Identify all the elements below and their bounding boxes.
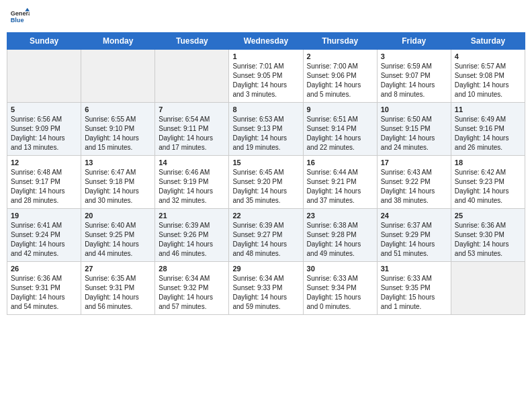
day-number: 6 [85, 105, 151, 113]
day-info: Sunrise: 6:42 AM Sunset: 9:23 PM Dayligh… [455, 168, 521, 205]
day-number: 23 [307, 212, 373, 220]
day-of-week-header: Saturday [451, 33, 525, 50]
day-number: 22 [232, 212, 299, 220]
day-of-week-header: Sunday [7, 33, 81, 50]
calendar-cell: 31Sunrise: 6:33 AM Sunset: 9:35 PM Dayli… [377, 262, 451, 315]
calendar-cell [451, 262, 525, 315]
day-number: 5 [11, 105, 77, 113]
day-info: Sunrise: 6:41 AM Sunset: 9:24 PM Dayligh… [11, 221, 77, 259]
calendar-cell: 21Sunrise: 6:39 AM Sunset: 9:26 PM Dayli… [155, 209, 229, 262]
day-info: Sunrise: 6:53 AM Sunset: 9:13 PM Dayligh… [232, 115, 299, 152]
day-info: Sunrise: 6:38 AM Sunset: 9:28 PM Dayligh… [307, 221, 373, 259]
day-number: 10 [381, 105, 447, 113]
day-info: Sunrise: 6:35 AM Sunset: 9:31 PM Dayligh… [85, 274, 151, 312]
day-info: Sunrise: 7:01 AM Sunset: 9:05 PM Dayligh… [232, 62, 299, 99]
calendar-cell: 22Sunrise: 6:39 AM Sunset: 9:27 PM Dayli… [229, 209, 303, 262]
day-number: 16 [307, 158, 373, 167]
calendar-cell: 8Sunrise: 6:53 AM Sunset: 9:13 PM Daylig… [229, 103, 303, 156]
day-info: Sunrise: 6:50 AM Sunset: 9:15 PM Dayligh… [381, 115, 447, 152]
svg-text:Blue: Blue [11, 17, 24, 24]
svg-marker-2 [25, 8, 30, 11]
calendar-cell: 12Sunrise: 6:48 AM Sunset: 9:17 PM Dayli… [7, 156, 81, 209]
day-number: 25 [455, 212, 521, 220]
day-info: Sunrise: 6:49 AM Sunset: 9:16 PM Dayligh… [455, 115, 521, 152]
calendar-cell: 26Sunrise: 6:36 AM Sunset: 9:31 PM Dayli… [7, 262, 81, 315]
day-info: Sunrise: 6:40 AM Sunset: 9:25 PM Dayligh… [85, 221, 151, 259]
page-header: General Blue [7, 7, 525, 27]
day-info: Sunrise: 6:34 AM Sunset: 9:33 PM Dayligh… [232, 274, 299, 312]
svg-text:General: General [11, 10, 30, 17]
calendar-cell: 23Sunrise: 6:38 AM Sunset: 9:28 PM Dayli… [303, 209, 377, 262]
calendar-table: SundayMondayTuesdayWednesdayThursdayFrid… [7, 32, 525, 315]
day-of-week-header: Thursday [303, 33, 377, 50]
day-info: Sunrise: 6:54 AM Sunset: 9:11 PM Dayligh… [159, 115, 225, 152]
day-info: Sunrise: 6:37 AM Sunset: 9:29 PM Dayligh… [381, 221, 447, 259]
calendar-cell: 18Sunrise: 6:42 AM Sunset: 9:23 PM Dayli… [451, 156, 525, 209]
day-info: Sunrise: 6:59 AM Sunset: 9:07 PM Dayligh… [381, 62, 447, 99]
day-info: Sunrise: 7:00 AM Sunset: 9:06 PM Dayligh… [307, 62, 373, 99]
calendar-cell: 29Sunrise: 6:34 AM Sunset: 9:33 PM Dayli… [229, 262, 303, 315]
day-info: Sunrise: 6:56 AM Sunset: 9:09 PM Dayligh… [11, 115, 77, 152]
calendar-cell: 6Sunrise: 6:55 AM Sunset: 9:10 PM Daylig… [81, 103, 155, 156]
day-info: Sunrise: 6:47 AM Sunset: 9:18 PM Dayligh… [85, 168, 151, 205]
day-info: Sunrise: 6:33 AM Sunset: 9:34 PM Dayligh… [307, 274, 373, 312]
calendar-cell: 17Sunrise: 6:43 AM Sunset: 9:22 PM Dayli… [377, 156, 451, 209]
day-of-week-header: Wednesday [229, 33, 303, 50]
calendar-cell [155, 50, 229, 103]
calendar-cell: 11Sunrise: 6:49 AM Sunset: 9:16 PM Dayli… [451, 103, 525, 156]
day-info: Sunrise: 6:45 AM Sunset: 9:20 PM Dayligh… [232, 168, 299, 205]
day-number: 18 [455, 158, 521, 167]
day-info: Sunrise: 6:57 AM Sunset: 9:08 PM Dayligh… [455, 62, 521, 99]
calendar-cell [81, 50, 155, 103]
day-of-week-header: Monday [81, 33, 155, 50]
calendar-cell [7, 50, 81, 103]
day-number: 28 [159, 265, 225, 273]
day-info: Sunrise: 6:33 AM Sunset: 9:35 PM Dayligh… [381, 274, 447, 312]
day-number: 27 [85, 265, 151, 273]
day-info: Sunrise: 6:46 AM Sunset: 9:19 PM Dayligh… [159, 168, 225, 205]
day-number: 30 [307, 265, 373, 273]
calendar-cell: 7Sunrise: 6:54 AM Sunset: 9:11 PM Daylig… [155, 103, 229, 156]
calendar-cell: 24Sunrise: 6:37 AM Sunset: 9:29 PM Dayli… [377, 209, 451, 262]
day-info: Sunrise: 6:55 AM Sunset: 9:10 PM Dayligh… [85, 115, 151, 152]
day-info: Sunrise: 6:36 AM Sunset: 9:30 PM Dayligh… [455, 221, 521, 259]
calendar-cell: 10Sunrise: 6:50 AM Sunset: 9:15 PM Dayli… [377, 103, 451, 156]
calendar-cell: 30Sunrise: 6:33 AM Sunset: 9:34 PM Dayli… [303, 262, 377, 315]
day-number: 14 [159, 158, 225, 167]
day-number: 1 [232, 52, 299, 60]
day-number: 12 [11, 158, 77, 167]
calendar-cell: 2Sunrise: 7:00 AM Sunset: 9:06 PM Daylig… [303, 50, 377, 103]
day-number: 31 [381, 265, 447, 273]
day-info: Sunrise: 6:39 AM Sunset: 9:27 PM Dayligh… [232, 221, 299, 259]
day-of-week-header: Tuesday [155, 33, 229, 50]
day-info: Sunrise: 6:44 AM Sunset: 9:21 PM Dayligh… [307, 168, 373, 205]
day-number: 21 [159, 212, 225, 220]
day-number: 20 [85, 212, 151, 220]
calendar-cell: 3Sunrise: 6:59 AM Sunset: 9:07 PM Daylig… [377, 50, 451, 103]
calendar-cell: 25Sunrise: 6:36 AM Sunset: 9:30 PM Dayli… [451, 209, 525, 262]
day-number: 2 [307, 52, 373, 60]
day-number: 29 [232, 265, 299, 273]
day-info: Sunrise: 6:51 AM Sunset: 9:14 PM Dayligh… [307, 115, 373, 152]
calendar-cell: 9Sunrise: 6:51 AM Sunset: 9:14 PM Daylig… [303, 103, 377, 156]
day-number: 4 [455, 52, 521, 60]
day-number: 15 [232, 158, 299, 167]
calendar-cell: 15Sunrise: 6:45 AM Sunset: 9:20 PM Dayli… [229, 156, 303, 209]
day-number: 11 [455, 105, 521, 113]
day-info: Sunrise: 6:48 AM Sunset: 9:17 PM Dayligh… [11, 168, 77, 205]
day-info: Sunrise: 6:43 AM Sunset: 9:22 PM Dayligh… [381, 168, 447, 205]
day-number: 3 [381, 52, 447, 60]
calendar-cell: 27Sunrise: 6:35 AM Sunset: 9:31 PM Dayli… [81, 262, 155, 315]
calendar-cell: 5Sunrise: 6:56 AM Sunset: 9:09 PM Daylig… [7, 103, 81, 156]
logo-icon: General Blue [9, 7, 30, 27]
calendar-cell: 20Sunrise: 6:40 AM Sunset: 9:25 PM Dayli… [81, 209, 155, 262]
day-number: 9 [307, 105, 373, 113]
day-number: 13 [85, 158, 151, 167]
calendar-cell: 13Sunrise: 6:47 AM Sunset: 9:18 PM Dayli… [81, 156, 155, 209]
calendar-cell: 4Sunrise: 6:57 AM Sunset: 9:08 PM Daylig… [451, 50, 525, 103]
day-number: 17 [381, 158, 447, 167]
day-number: 19 [11, 212, 77, 220]
day-number: 24 [381, 212, 447, 220]
day-number: 26 [11, 265, 77, 273]
day-info: Sunrise: 6:34 AM Sunset: 9:32 PM Dayligh… [159, 274, 225, 312]
